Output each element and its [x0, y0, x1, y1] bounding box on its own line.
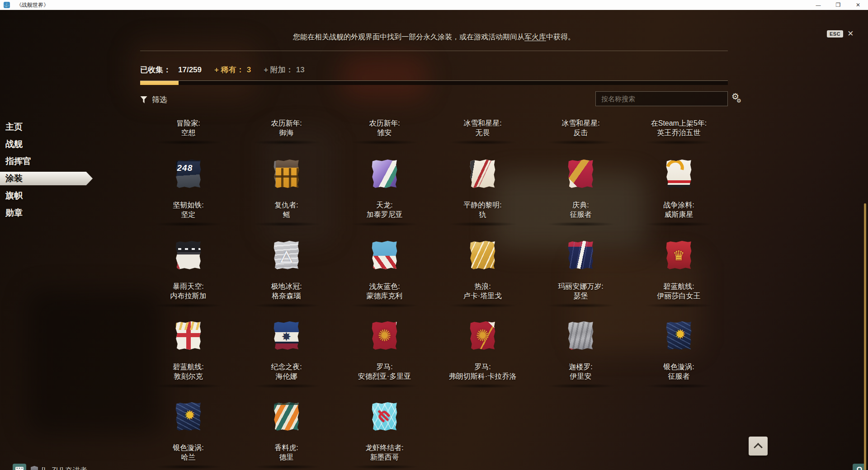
camo-item[interactable]: 庆典:征服者 — [532, 160, 630, 226]
camo-item[interactable]: 极地冰冠:格奈森瑙 — [237, 241, 335, 308]
camo-item[interactable]: 复仇者:鳐 — [237, 160, 335, 226]
camo-item-label: 银色漩涡:征服者 — [663, 362, 694, 381]
camo-pattern-glyph — [470, 160, 496, 188]
camo-item[interactable]: 罗马:安德烈亚·多里亚 — [335, 321, 434, 388]
camo-item-label: 浅灰蓝色:蒙德库克利 — [367, 282, 403, 301]
camo-swatch-icon — [274, 160, 300, 188]
camo-swatch-icon — [470, 321, 496, 350]
camo-item[interactable]: 农历新年:雏安 — [335, 118, 434, 145]
chat-icon[interactable] — [13, 464, 26, 470]
camo-item[interactable]: 迦楼罗:伊里安 — [532, 321, 630, 388]
camo-item-label: 复仇者:鳐 — [274, 200, 298, 219]
close-button[interactable] — [848, 0, 868, 10]
camo-item[interactable]: 银色漩涡:哈兰 — [139, 402, 237, 469]
camo-item[interactable]: 天龙:加泰罗尼亚 — [335, 160, 434, 226]
camo-swatch-icon — [568, 241, 594, 270]
camo-item[interactable]: 银色漩涡:征服者 — [630, 321, 728, 388]
camo-grid-row-2: 248坚韧如铁:坚定复仇者:鳐天龙:加泰罗尼亚平静的黎明:犰庆典:征服者战争涂料… — [139, 160, 728, 226]
camo-pattern-glyph — [470, 321, 496, 350]
camo-item-label: 暴雨天空:内布拉斯加 — [170, 282, 207, 301]
camo-swatch-icon — [372, 160, 398, 188]
camo-item[interactable]: 平静的黎明:犰 — [434, 160, 532, 226]
camo-item[interactable]: 香料虎:德里 — [237, 402, 335, 469]
camo-pattern-glyph — [372, 321, 398, 350]
sidebar-item-6[interactable]: 勋章 — [5, 206, 95, 220]
tile-shadow — [253, 222, 321, 226]
esc-key-badge: ESC — [827, 30, 843, 38]
camo-swatch-icon: 248 — [175, 160, 202, 188]
camo-item[interactable]: 暴雨天空:内布拉斯加 — [139, 241, 237, 308]
camo-grid: 冒险家:空想农历新年:御海农历新年:雏安冰雪和星星:无畏冰雪和星星:反击在Ste… — [139, 10, 728, 470]
tile-shadow — [351, 222, 419, 226]
vertical-scrollbar[interactable] — [864, 203, 866, 470]
tile-shadow — [253, 140, 321, 145]
camo-item[interactable]: 战争涂料:威斯康星 — [630, 160, 728, 226]
camo-item[interactable]: 碧蓝航线:伊丽莎白女王 — [630, 241, 728, 308]
sidebar-item-3[interactable]: 指挥官 — [5, 155, 95, 168]
camo-swatch-icon — [372, 241, 398, 270]
camo-item-label: 农历新年:御海 — [271, 118, 302, 137]
camo-item[interactable]: 冒险家:空想 — [139, 118, 237, 145]
camo-grid-row-1: 冒险家:空想农历新年:御海农历新年:雏安冰雪和星星:无畏冰雪和星星:反击在Ste… — [139, 118, 728, 145]
sidebar-item-2[interactable]: 战舰 — [5, 137, 95, 151]
camo-swatch-icon — [274, 321, 300, 350]
camo-pattern-glyph — [666, 160, 692, 188]
camo-swatch-icon — [372, 321, 398, 350]
sidebar-item-1[interactable]: 主页 — [5, 120, 95, 134]
camo-item[interactable]: 248坚韧如铁:坚定 — [139, 160, 237, 226]
sidebar: 主页战舰指挥官涂装旗帜勋章 — [0, 117, 95, 223]
camo-item[interactable]: 冰雪和星星:反击 — [532, 118, 630, 145]
sidebar-item-5[interactable]: 旗帜 — [5, 189, 95, 202]
tile-shadow — [351, 140, 419, 145]
tile-shadow — [155, 222, 222, 226]
camo-swatch-icon — [666, 321, 692, 350]
camo-item-label: 迦楼罗:伊里安 — [569, 362, 592, 381]
camo-pattern-glyph — [175, 241, 202, 270]
camo-item[interactable]: 在Steam上架5年:英王乔治五世 — [630, 118, 728, 145]
tile-shadow — [155, 384, 222, 388]
camo-item[interactable]: 农历新年:御海 — [237, 118, 335, 145]
camo-item-label: 热浪:卢卡·塔里戈 — [463, 282, 502, 301]
camo-item[interactable]: 龙虾终结者:新墨西哥 — [335, 402, 434, 469]
sidebar-item-4[interactable]: 涂装 — [0, 172, 93, 185]
camo-pattern-glyph — [666, 241, 692, 270]
camo-item-label: 罗马:安德烈亚·多里亚 — [358, 362, 411, 381]
app-anchor-icon: ⚓ — [4, 2, 10, 8]
tile-shadow — [449, 384, 517, 388]
camo-pattern-glyph — [372, 160, 398, 188]
camo-item[interactable]: 热浪:卢卡·塔里戈 — [434, 241, 532, 308]
camo-grid-row-4: 碧蓝航线:敦刻尔克纪念之夜:海伦娜罗马:安德烈亚·多里亚罗马:弗朗切斯科·卡拉乔… — [139, 321, 728, 388]
camo-swatch-icon — [568, 160, 594, 188]
scroll-to-top-button[interactable] — [749, 437, 768, 456]
camo-grid-row-5: 银色漩涡:哈兰香料虎:德里龙虾终结者:新墨西哥 — [139, 402, 728, 469]
camo-item[interactable]: 玛丽安娜万岁:瑟堡 — [532, 241, 630, 308]
player-tag: [L_ZU] 奋进者 — [42, 466, 87, 470]
tile-shadow — [547, 222, 615, 226]
camo-item[interactable]: 碧蓝航线:敦刻尔克 — [139, 321, 237, 388]
settings-gear-icon[interactable]: ⚙⚙ — [731, 92, 744, 106]
camo-swatch-icon — [666, 241, 692, 270]
camo-swatch-icon — [666, 160, 692, 188]
camo-item[interactable]: 纪念之夜:海伦娜 — [237, 321, 335, 388]
camo-item-label: 罗马:弗朗切斯科·卡拉乔洛 — [449, 362, 516, 381]
camo-item-label: 冒险家:空想 — [176, 118, 200, 137]
tile-shadow — [155, 140, 222, 145]
camo-item[interactable]: 浅灰蓝色:蒙德库克利 — [335, 241, 434, 308]
camo-item[interactable]: 冰雪和星星:无畏 — [434, 118, 532, 145]
camo-item-label: 碧蓝航线:敦刻尔克 — [173, 362, 203, 381]
tile-shadow — [253, 303, 321, 308]
camo-pattern-glyph — [274, 160, 300, 188]
camo-pattern-glyph — [274, 241, 300, 270]
close-overlay-icon[interactable]: ✕ — [847, 30, 854, 38]
tile-shadow — [351, 384, 419, 388]
camo-pattern-glyph — [470, 241, 496, 270]
tile-shadow — [645, 140, 713, 145]
camo-item-label: 银色漩涡:哈兰 — [173, 443, 203, 462]
camo-pattern-glyph — [175, 321, 202, 350]
camo-number-text: 248 — [177, 163, 193, 173]
camo-item[interactable]: 罗马:弗朗切斯科·卡拉乔洛 — [434, 321, 532, 388]
tile-shadow — [547, 303, 615, 308]
camo-pattern-glyph — [568, 160, 594, 188]
minimize-button[interactable] — [808, 0, 828, 10]
restore-button[interactable] — [828, 0, 848, 10]
